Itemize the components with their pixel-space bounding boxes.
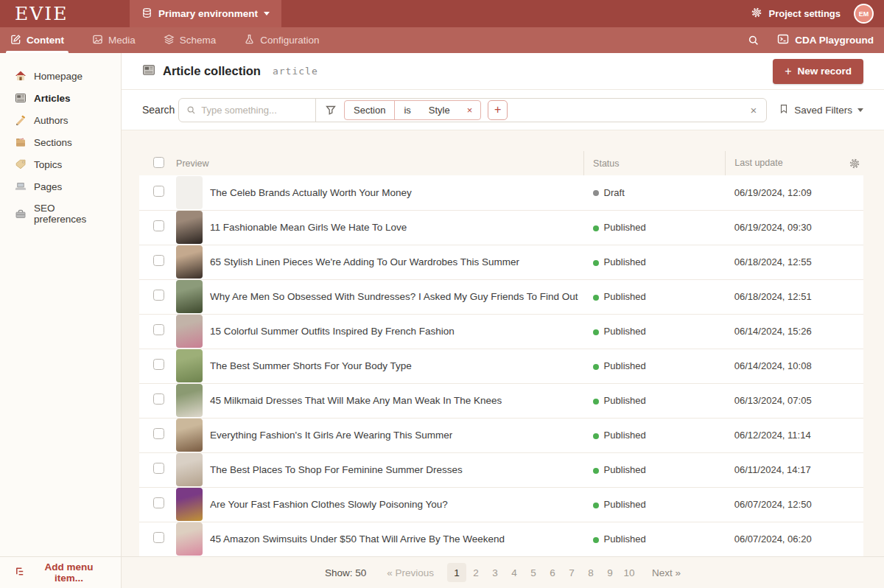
page-number-3[interactable]: 3 [485,563,505,582]
last-update-label: Last update [734,158,782,168]
add-filter-button[interactable]: + [488,100,508,120]
row-checkbox[interactable] [153,359,164,370]
filter-field[interactable]: Section [345,101,394,119]
article-thumbnail [176,419,203,452]
search-button[interactable] [748,35,760,46]
page-number-7[interactable]: 7 [562,563,581,582]
status-dot [593,260,599,266]
nav-right: CDA Playground [748,27,874,53]
environment-label: Primary environment [158,8,258,19]
search-strip: Search Section is [122,90,884,130]
row-checkbox[interactable] [153,532,164,543]
status-dot [593,295,599,301]
page-number-6[interactable]: 6 [543,563,562,582]
environment-selector[interactable]: Primary environment [130,0,281,27]
page-number-1[interactable]: 1 [447,563,466,582]
status-badge: Published [604,360,646,371]
remove-filter-icon[interactable]: × [459,105,481,116]
table-row[interactable]: Why Are Men So Obsessed With Sundresses?… [139,279,863,314]
tab-content[interactable]: Content [6,27,69,53]
row-checkbox[interactable] [153,290,164,301]
saved-filters-button[interactable]: Saved Filters [779,103,863,116]
logo-area: EVIE [0,0,122,27]
table-row[interactable]: 11 Fashionable Mean Girls We Hate To Lov… [139,210,863,245]
tab-configuration[interactable]: Configuration [239,27,323,53]
brand-logo: EVIE [15,3,68,24]
status-dot [593,503,599,508]
article-thumbnail [176,280,203,313]
sidebar-item-authors[interactable]: Authors [0,109,121,131]
main-nav: ContentMediaSchemaConfiguration CDA Play… [0,27,884,53]
new-record-button[interactable]: + New record [773,59,863,84]
sidebar-item-pages[interactable]: Pages [0,175,121,197]
column-settings-gear-icon[interactable] [849,158,860,169]
status-dot [593,225,599,231]
page-number-5[interactable]: 5 [524,563,543,582]
saved-filters-label: Saved Filters [794,105,852,116]
article-title: Why Are Men So Obsessed With Sundresses?… [210,291,578,302]
column-header-status[interactable]: Status [584,151,726,175]
article-thumbnail [176,349,203,382]
row-checkbox[interactable] [153,497,164,508]
sidebar-item-label: Articles [34,93,71,104]
article-title: 65 Stylish Linen Pieces We're Adding To … [210,256,519,267]
cda-playground-button[interactable]: CDA Playground [777,33,874,47]
search-field[interactable] [179,99,316,122]
edit-icon [10,34,21,47]
sidebar-item-topics[interactable]: Topics [0,153,121,175]
tab-media[interactable]: Media [88,27,140,53]
page-number-8[interactable]: 8 [581,563,600,582]
table-header-row: Preview Status Last update [139,151,863,175]
table-row[interactable]: The Best Places To Shop For Feminine Sum… [139,452,863,487]
row-checkbox[interactable] [153,186,164,197]
column-header-last-update[interactable]: Last update [726,151,863,175]
table-row[interactable]: 45 Milkmaid Dresses That Will Make Any M… [139,383,863,418]
page-number-4[interactable]: 4 [505,563,524,582]
last-update-value: 06/12/2024, 11:14 [726,418,863,452]
new-record-label: New record [797,66,852,77]
status-dot [593,433,599,439]
add-menu-item-button[interactable]: Add menu item... [15,561,106,584]
title-strip: Article collection article + New record [122,53,884,90]
column-header-preview[interactable]: Preview [176,151,584,175]
page-number-10[interactable]: 10 [620,563,639,582]
tab-schema[interactable]: Schema [159,27,221,53]
last-update-value: 06/19/2024, 09:30 [726,210,863,245]
page-number-9[interactable]: 9 [600,563,620,582]
table-row[interactable]: Are Your Fast Fashion Clothes Slowly Poi… [139,487,863,522]
search-input[interactable] [201,105,308,116]
table-row[interactable]: The Best Summer Shorts For Your Body Typ… [139,349,863,383]
project-settings-label: Project settings [768,8,841,19]
records-table: Preview Status Last update [139,151,863,557]
sidebar-item-seo-preferences[interactable]: SEO preferences [0,197,121,230]
table-row[interactable]: 15 Colorful Summer Outfits Inspired By F… [139,314,863,349]
row-checkbox[interactable] [153,220,164,231]
show-count[interactable]: Show: 50 [325,567,366,578]
filter-value[interactable]: Style [420,101,459,119]
next-page-link[interactable]: Next » [652,567,681,578]
row-checkbox[interactable] [153,255,164,266]
funnel-icon[interactable] [325,104,337,116]
project-settings-button[interactable]: Project settings [751,7,841,21]
sidebar-footer: Add menu item... [0,556,121,588]
row-checkbox[interactable] [153,428,164,439]
status-dot [593,364,599,370]
sidebar-item-sections[interactable]: Sections [0,131,121,153]
page-number-2[interactable]: 2 [466,563,485,582]
row-checkbox[interactable] [153,463,164,474]
laptop-icon [15,181,27,192]
table-row[interactable]: Everything Fashion's It Girls Are Wearin… [139,418,863,452]
select-all-checkbox[interactable] [153,157,164,168]
filter-operator[interactable]: is [394,101,419,119]
table-row[interactable]: 65 Stylish Linen Pieces We're Adding To … [139,245,863,279]
previous-page-link[interactable]: « Previous [387,567,434,578]
article-thumbnail [176,211,203,244]
table-row[interactable]: 45 Amazon Swimsuits Under $50 That Will … [139,522,863,556]
table-row[interactable]: The Celeb Brands Actually Worth Your Mon… [139,175,863,210]
user-avatar[interactable]: EM [854,4,874,24]
sidebar-item-homepage[interactable]: Homepage [0,65,121,87]
clear-filters-icon[interactable]: × [750,104,757,116]
row-checkbox[interactable] [153,393,164,405]
sidebar-item-articles[interactable]: Articles [0,87,121,109]
row-checkbox[interactable] [153,324,164,335]
